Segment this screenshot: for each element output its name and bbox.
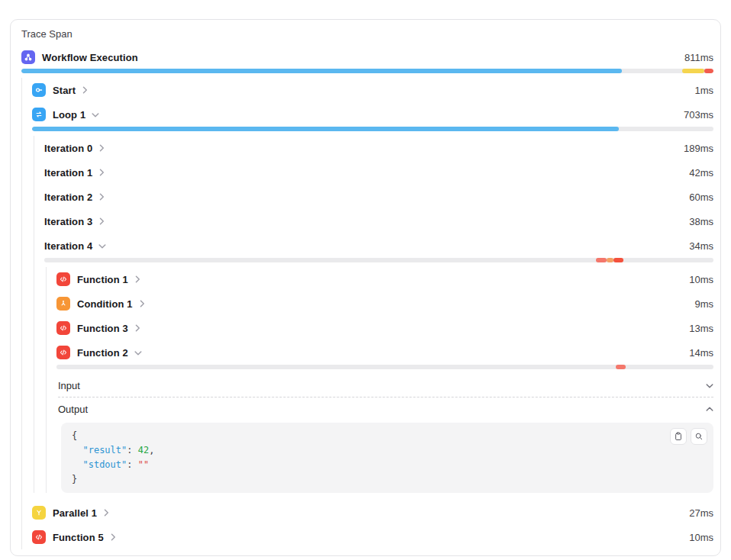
span-row-function3[interactable]: Function 3 13ms [56,316,713,340]
span-row-function5[interactable]: Function 5 10ms [32,525,713,549]
output-section-toggle[interactable]: Output [58,397,713,421]
workflow-children: Start 1ms Loop 1 703ms Iteration 0 [21,78,713,549]
span-duration: 34ms [689,240,713,252]
span-row-parallel1[interactable]: Parallel 1 27ms [32,500,713,525]
span-duration: 10ms [689,532,713,543]
chevron-right-icon[interactable] [98,193,105,201]
span-label: Iteration 3 [44,216,92,227]
span-label: Iteration 4 [44,240,92,252]
span-duration: 811ms [684,52,713,63]
copy-button[interactable] [670,428,687,445]
input-section-label: Input [58,380,80,391]
function2-io-panel: Input Output [56,374,713,493]
span-duration: 38ms [689,216,713,227]
span-row-iteration2[interactable]: Iteration 2 60ms [44,185,713,209]
span-label: Iteration 2 [44,191,92,203]
chevron-right-icon[interactable] [82,86,89,94]
span-row-iteration0[interactable]: Iteration 0 189ms [44,136,713,160]
span-label: Start [53,85,76,96]
loop1-timeline-bar [32,127,713,131]
span-label: Function 5 [53,532,104,543]
chevron-down-icon[interactable] [92,111,99,118]
clipboard-icon [674,432,683,441]
output-json-code: { "result": 42, "stdout": "" } [72,429,704,487]
panel-title: Trace Span [21,27,713,41]
json-number-value: 42 [138,445,149,455]
span-row-iteration1[interactable]: Iteration 1 42ms [44,160,713,185]
span-duration: 42ms [689,167,713,179]
chevron-right-icon[interactable] [98,144,105,152]
function2-timeline-bar [56,365,713,369]
span-label: Function 3 [77,323,128,334]
span-duration: 1ms [694,85,713,96]
chevron-down-icon[interactable] [706,382,713,389]
chevron-right-icon[interactable] [98,169,105,176]
span-duration: 703ms [684,109,713,121]
span-label: Condition 1 [77,298,133,310]
start-node-icon [32,83,46,97]
span-row-iteration4[interactable]: Iteration 4 34ms [44,233,713,258]
span-duration: 10ms [689,274,713,285]
workflow-timeline-bar [21,69,713,73]
json-key: "stdout" [82,459,127,470]
span-label: Iteration 1 [44,167,92,179]
workflow-nodes-icon [21,50,35,64]
iteration4-children: Function 1 10ms Condition 1 9ms [46,267,713,493]
output-section-label: Output [58,404,88,415]
span-label: Iteration 0 [44,143,92,154]
chevron-down-icon[interactable] [98,243,106,249]
code-function-icon [56,346,70,359]
trace-span-panel: Trace Span Workflow Execution 811ms Star… [10,19,721,556]
loop-repeat-icon [32,108,46,121]
magnifier-icon [694,432,704,441]
span-row-workflow-execution[interactable]: Workflow Execution 811ms [21,46,713,69]
output-code-block: { "result": 42, "stdout": "" } [61,423,713,493]
chevron-right-icon[interactable] [110,533,117,541]
span-duration: 60ms [689,191,713,203]
condition-branch-icon [56,297,70,311]
json-string-value: "" [138,459,149,470]
chevron-right-icon[interactable] [139,300,146,307]
span-row-condition1[interactable]: Condition 1 9ms [56,291,713,316]
span-duration: 14ms [689,347,713,359]
span-row-function1[interactable]: Function 1 10ms [56,267,713,291]
json-key: "result" [82,445,127,455]
span-label: Function 2 [77,347,128,359]
chevron-right-icon[interactable] [134,275,141,283]
span-row-start[interactable]: Start 1ms [32,78,713,102]
span-label: Function 1 [77,274,128,285]
span-label: Loop 1 [53,109,85,121]
input-section-toggle[interactable]: Input [58,374,713,397]
code-function-icon [56,321,70,335]
span-row-function2[interactable]: Function 2 14ms [56,340,713,365]
parallel-branch-icon [32,506,46,520]
span-label: Parallel 1 [53,507,97,519]
chevron-up-icon[interactable] [706,406,713,413]
span-duration: 189ms [684,143,713,154]
chevron-right-icon[interactable] [103,509,110,517]
code-function-icon [56,272,70,286]
chevron-right-icon[interactable] [98,217,105,225]
span-duration: 27ms [689,507,713,519]
code-function-icon [32,530,46,544]
span-row-loop1[interactable]: Loop 1 703ms [32,102,713,127]
code-actions [670,428,707,445]
span-duration: 9ms [694,298,713,310]
chevron-right-icon[interactable] [134,324,141,332]
expand-search-button[interactable] [691,428,707,445]
span-label: Workflow Execution [42,52,138,63]
chevron-down-icon[interactable] [134,349,142,356]
loop1-children: Iteration 0 189ms Iteration 1 42ms Itera… [34,136,713,493]
span-duration: 13ms [689,323,713,334]
iteration4-timeline-bar [44,258,713,262]
span-row-iteration3[interactable]: Iteration 3 38ms [44,209,713,233]
